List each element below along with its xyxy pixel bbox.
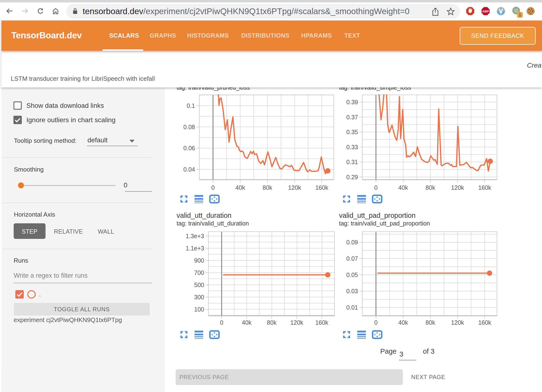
svg-text:0: 0	[374, 184, 378, 191]
svg-text:80k: 80k	[267, 319, 277, 326]
svg-text:0.04: 0.04	[183, 166, 195, 173]
svg-text:300: 300	[194, 294, 204, 300]
svg-text:120k: 120k	[451, 184, 464, 191]
svg-text:0.35: 0.35	[346, 129, 358, 135]
svg-text:160k: 160k	[478, 184, 491, 191]
svg-text:0: 0	[220, 319, 223, 326]
svg-text:40k: 40k	[398, 184, 408, 191]
svg-text:160k: 160k	[315, 319, 329, 326]
svg-text:40k: 40k	[242, 319, 252, 326]
svg-text:0.37: 0.37	[346, 114, 358, 121]
svg-text:80k: 80k	[426, 319, 435, 326]
svg-text:0.09: 0.09	[346, 239, 358, 246]
svg-text:0.39: 0.39	[346, 99, 358, 105]
svg-text:80k: 80k	[426, 184, 435, 191]
svg-text:0.33: 0.33	[346, 144, 358, 150]
svg-text:ABP: ABP	[482, 10, 489, 13]
svg-text:0.31: 0.31	[346, 159, 358, 165]
svg-text:900: 900	[194, 257, 204, 264]
svg-text:1.3e+3: 1.3e+3	[186, 233, 204, 239]
svg-text:0.1: 0.1	[187, 102, 195, 109]
svg-text:40k: 40k	[235, 184, 245, 191]
svg-text:500: 500	[194, 282, 204, 288]
svg-text:1.1e+3: 1.1e+3	[186, 245, 204, 252]
svg-text:120k: 120k	[288, 184, 301, 191]
svg-text:0.05: 0.05	[346, 271, 358, 278]
svg-text:700: 700	[194, 269, 204, 276]
svg-text:0.07: 0.07	[346, 255, 358, 262]
svg-text:0.01: 0.01	[346, 304, 358, 311]
svg-text:120k: 120k	[290, 319, 303, 326]
svg-text:0.29: 0.29	[346, 174, 358, 180]
svg-text:160k: 160k	[478, 319, 491, 326]
svg-text:120k: 120k	[451, 319, 464, 326]
svg-text:0.06: 0.06	[183, 145, 195, 151]
svg-text:160k: 160k	[315, 184, 329, 191]
svg-text:80k: 80k	[263, 184, 272, 191]
svg-text:100: 100	[194, 306, 204, 313]
svg-text:0.08: 0.08	[183, 124, 195, 130]
svg-text:0.03: 0.03	[346, 288, 358, 294]
svg-text:0: 0	[374, 319, 378, 326]
svg-text:0: 0	[211, 184, 215, 191]
svg-text:1: 1	[519, 12, 521, 17]
svg-text:40k: 40k	[398, 319, 408, 326]
